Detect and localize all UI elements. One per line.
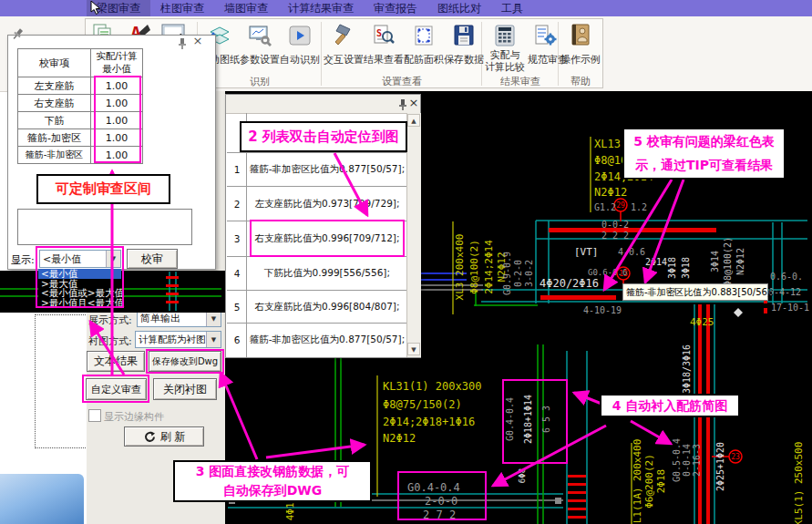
cad-text[interactable]: Φ8@75/150(2)	[383, 398, 462, 411]
ribbon-button-rebar-area[interactable]: 配筋面积	[404, 55, 444, 66]
table-row-value[interactable]: 1.00	[90, 111, 143, 129]
list-item[interactable]: 左支座筋比值为0.973[709/729];	[247, 187, 407, 221]
check-review-button[interactable]: 校审	[127, 249, 178, 269]
display-combo[interactable]: <最小值 ▼	[39, 250, 121, 268]
ribbon-button-interactive-settings[interactable]: 交互设置	[324, 55, 364, 66]
close-icon[interactable]: ×	[190, 34, 205, 48]
list-row-number: 4	[227, 257, 247, 290]
list-item[interactable]: 右支座筋比值为0.996[804/807];	[247, 291, 407, 323]
result-search-icon[interactable]: S	[372, 24, 396, 47]
cad-text: 4Φ25	[690, 316, 714, 328]
scroll-down-icon[interactable]: ▼	[407, 343, 420, 355]
cad-text: N2Φ12	[594, 186, 627, 199]
save-floppy-icon[interactable]	[452, 24, 476, 47]
cad-text: L1(1A) 200x400	[632, 439, 643, 524]
custom-review-panel: × 校审项 实配/计算 最小值 左支座筋 1.00 右支座筋 1.00 下筋 1…	[7, 35, 216, 270]
table-row-value[interactable]: 1.00	[90, 94, 143, 112]
annotation-2-list-doubleclick: 2 列表双击自动定位到图	[240, 121, 407, 152]
cad-text: XL3 200x400	[454, 234, 466, 301]
ribbon-button-example[interactable]: 操作示例	[560, 55, 601, 66]
dropdown-option[interactable]: <最小值或>最大值	[38, 288, 121, 298]
dropdown-option[interactable]: >最小值且<最大值	[38, 298, 121, 308]
table-row-name: 左支座筋	[17, 77, 91, 95]
mouse-cursor-icon	[90, 1, 103, 15]
scrollbar[interactable]	[406, 113, 421, 357]
display-dropdown-list: <最小值 >最大值 <最小值或>最大值 >最小值且<最大值	[38, 269, 121, 307]
cad-text: 17-10-1	[771, 303, 809, 313]
tab-review-report[interactable]: 审查报告	[364, 0, 427, 16]
cad-text: 3Φ18	[667, 257, 677, 279]
rebar-area-icon[interactable]	[412, 24, 436, 47]
scroll-up-icon[interactable]: ▲	[407, 114, 420, 127]
cad-text: 6Φ8	[518, 468, 527, 483]
cad-text: 2 2 2	[601, 231, 629, 241]
pushpin-icon	[10, 27, 25, 42]
ribbon-button-save-data[interactable]: 保存数据	[444, 55, 484, 66]
list-item[interactable]: 箍筋-非加密区比值为0.877[50/57];	[247, 324, 407, 355]
table-header-value-line1: 实配/计算	[96, 50, 138, 63]
dropdown-option[interactable]: <最小值	[38, 269, 121, 279]
list-item[interactable]: 右支座筋比值为0.996[709/712];	[247, 221, 407, 256]
tab-calc-result-review[interactable]: 计算结果审查	[278, 0, 364, 16]
cad-text: 6 5 3	[541, 406, 551, 433]
list-item[interactable]: 下筋比值为0.999[556/556];	[247, 257, 407, 290]
close-icon[interactable]: ×	[407, 96, 420, 110]
list-row-number: 5	[227, 291, 247, 323]
ribbon-button-result-view[interactable]: 结果查看	[364, 55, 404, 66]
table-row-value[interactable]: 1.00	[90, 77, 143, 95]
cad-text: 2Φ18	[655, 469, 667, 494]
tab-wall-review[interactable]: 墙图审查	[214, 0, 278, 16]
cad-text[interactable]: N2Φ12	[383, 432, 416, 445]
hammer-icon[interactable]	[332, 24, 355, 47]
table-row-value[interactable]: 1.00	[90, 146, 143, 164]
ribbon-group-label: 帮助	[560, 77, 601, 87]
parameter-settings-icon[interactable]	[248, 24, 272, 47]
cad-text: 0-0-2	[601, 220, 629, 230]
svg-text:S: S	[376, 28, 382, 38]
cad-text: 4Φ20/2Φ16	[540, 277, 599, 290]
cad-text: 4-0.6	[618, 247, 645, 257]
annotation-5-line2: 示，通过TIP可查看结果	[624, 153, 784, 177]
tab-tools[interactable]: 工具	[491, 0, 533, 16]
empty-listbox[interactable]	[17, 209, 192, 245]
cad-text: 0-2-0	[513, 260, 523, 287]
annotation-4-auto-underlay: 4 自动衬入配筋简图	[600, 394, 740, 417]
calculator-icon[interactable]	[493, 24, 517, 47]
cad-text[interactable]: 2Φ14;2Φ18+1Φ16	[383, 416, 475, 428]
cad-text: 2-16-3	[692, 444, 702, 477]
ribbon-button-parameter-settings[interactable]: 参数设置	[240, 55, 280, 66]
ribbon-button-compare-line1[interactable]: 实配与	[484, 50, 526, 61]
list-row-number: 1	[227, 153, 247, 186]
cad-text: 2Φ14;2Φ14	[483, 240, 495, 294]
pin-icon[interactable]	[177, 37, 188, 50]
beam-result-tooltip: 箍筋-非加密区比值为0.883[50/56];	[622, 283, 768, 301]
cad-text: 4-10-19	[583, 305, 622, 315]
cad-badge: 23	[731, 453, 740, 461]
cad-text: Φ8@100(2)	[468, 240, 480, 294]
code-check-icon[interactable]	[534, 24, 558, 47]
cad-text: G0.5-0.4	[672, 438, 682, 482]
display-combo-value: <最小值	[40, 252, 106, 266]
cad-text: G0.6-0.6	[588, 268, 627, 277]
cad-text: 2Φ14	[645, 257, 667, 267]
cad-text: Φ6@200(2)	[643, 454, 655, 509]
table-row-value[interactable]: 1.00	[90, 128, 143, 147]
cad-text[interactable]: KL31(1) 200x300	[383, 380, 481, 393]
cad-text: [VT]	[574, 246, 599, 258]
cad-text: N2Φ12	[735, 248, 745, 275]
ribbon-button-auto-recognize[interactable]: 自动识别	[280, 55, 320, 66]
cad-text: KL5(1) 250x500	[793, 442, 805, 524]
ribbon-button-compare-line2[interactable]: 计算比较	[484, 62, 526, 73]
cad-text: 0.6-0.	[770, 272, 803, 282]
table-row-name: 下筋	[17, 111, 91, 129]
list-row-number: 2	[227, 187, 247, 221]
tab-column-review[interactable]: 柱图审查	[150, 0, 214, 16]
ribbon-group-label: 结果审查	[484, 77, 557, 87]
cad-text: 3-0-2	[524, 260, 534, 287]
tab-drawing-compare[interactable]: 图纸比对	[427, 0, 491, 16]
annotation-5-line1: 5 校审有问题的梁红色表	[624, 129, 784, 153]
auto-recognize-icon[interactable]	[288, 24, 312, 47]
chevron-down-icon[interactable]: ▼	[106, 251, 120, 267]
list-item[interactable]: 箍筋-非加密区比值为0.877[50/57];	[247, 153, 407, 186]
example-book-icon[interactable]	[569, 23, 592, 47]
